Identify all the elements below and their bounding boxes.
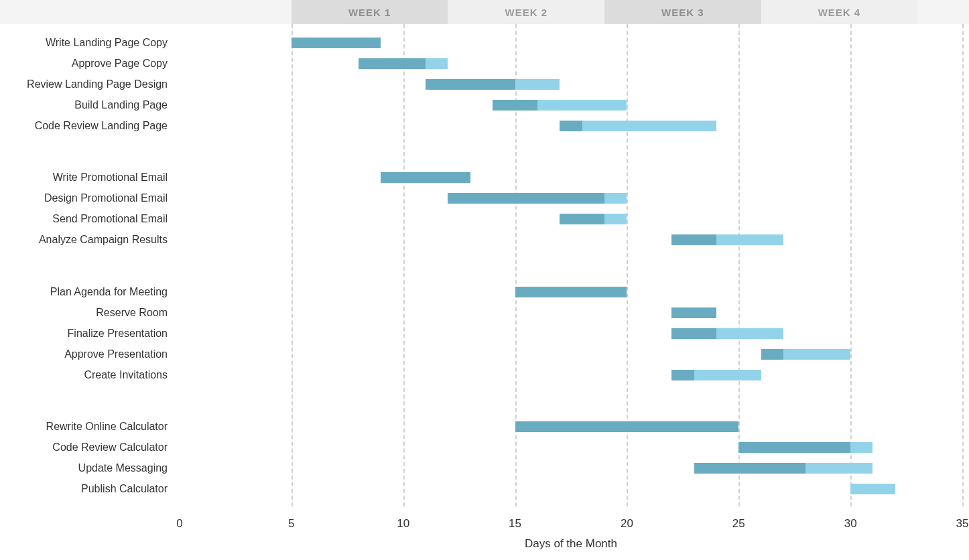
x-tick: 35 [956,517,969,531]
x-tick: 5 [288,517,294,531]
task-bar [694,463,873,474]
task-bar-segment-secondary [604,193,627,204]
task-bar [761,349,850,360]
task-bar-segment-primary [671,328,716,339]
task-bar-segment-primary [448,193,604,204]
task-bar [560,214,627,224]
task-bar [671,370,761,380]
week-header-spacer [0,0,180,24]
task-bar-segment-secondary [850,484,895,494]
task-bar-segment-primary [694,463,806,474]
week-band: WEEK 4 [761,0,918,24]
task-bar-segment-primary [426,79,515,90]
task-bar-segment-secondary [805,463,873,474]
task-bar-segment-secondary [850,442,873,453]
x-tick: 0 [176,517,182,531]
task-bar-segment-primary [671,307,716,318]
task-bar-segment-secondary [582,121,716,131]
task-bar-segment-primary [761,349,783,360]
task-bar [381,172,470,183]
plot-area: Write Landing Page CopyApprove Page Copy… [0,24,969,506]
task-bar [426,79,560,90]
week-header-tail [917,0,969,24]
task-bar-segment-primary [671,370,694,380]
week-band: WEEK 2 [448,0,604,24]
week-header-bands: WEEK 1WEEK 2WEEK 3WEEK 4 [180,0,969,24]
task-bar-segment-primary [292,38,381,48]
task-bar [515,421,739,432]
task-bar-segment-secondary [783,349,850,360]
task-bar-segment-primary [671,234,716,245]
task-bar-segment-secondary [515,79,560,90]
task-bar-segment-primary [560,214,604,224]
gantt-chart: WEEK 1WEEK 2WEEK 3WEEK 4 Write Landing P… [0,0,969,560]
task-bar [850,484,895,494]
task-bar-segment-secondary [694,370,761,380]
x-axis: Days of the Month 05101520253035 [0,506,969,560]
week-band: WEEK 3 [604,0,761,24]
task-bar-segment-primary [359,58,426,69]
week-header-lead [180,0,292,24]
task-bar [560,121,716,131]
task-bar [292,38,381,48]
task-bar-segment-secondary [716,328,783,339]
task-bar [671,328,783,339]
x-tick: 30 [844,517,857,531]
x-tick: 20 [621,517,633,531]
task-bar-segment-primary [560,121,582,131]
x-tick: 15 [509,517,521,531]
task-bar-segment-primary [493,100,537,111]
task-bar [359,58,448,69]
task-bar-segment-primary [515,287,627,297]
task-bar [515,287,627,297]
task-bar [671,307,716,318]
task-bar [738,442,873,453]
task-bar-segment-primary [381,172,470,183]
x-tick: 25 [732,517,745,531]
task-bar-segment-secondary [537,100,627,111]
task-bar [448,193,627,204]
x-axis-label: Days of the Month [525,537,617,551]
task-bar-segment-primary [515,421,739,432]
task-bar-segment-primary [738,442,850,453]
week-band: WEEK 1 [292,0,448,24]
x-tick: 10 [397,517,409,531]
task-bar-segment-secondary [716,234,783,245]
task-bar [493,100,627,111]
week-header: WEEK 1WEEK 2WEEK 3WEEK 4 [0,0,969,24]
task-bar-segment-secondary [604,214,627,224]
bars-layer [0,24,969,506]
task-bar-segment-secondary [426,58,448,69]
task-bar [671,234,783,245]
